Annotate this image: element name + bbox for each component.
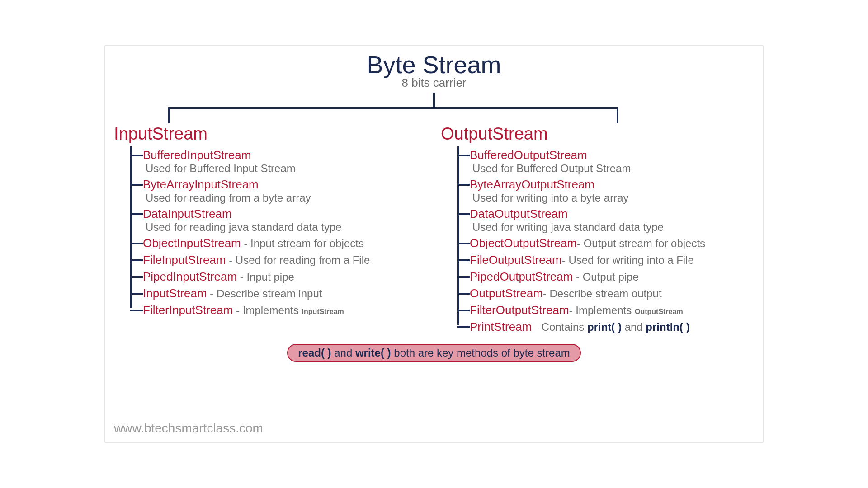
class-name: ByteArrayInputStream xyxy=(143,178,259,191)
diagram-subtitle: 8 bits carrier xyxy=(114,76,754,90)
tree-node: ByteArrayOutputStreamUsed for writing in… xyxy=(470,176,754,205)
class-name: DataOutputStream xyxy=(470,207,568,221)
class-description: - Used for writing into a File xyxy=(562,254,694,266)
tree-node: FileOutputStream- Used for writing into … xyxy=(470,251,754,268)
tree-node: PrintStream - Contains print( ) and prin… xyxy=(470,318,754,335)
tree-trunk xyxy=(130,146,132,308)
class-description: - Contains print( ) and println( ) xyxy=(532,321,689,333)
class-name: ObjectInputStream xyxy=(143,236,241,250)
title-block: Byte Stream 8 bits carrier xyxy=(114,51,754,90)
class-description: - Input stream for objects xyxy=(241,237,364,249)
columns: InputStream BufferedInputStreamUsed for … xyxy=(114,124,754,335)
class-name: PrintStream xyxy=(470,320,532,333)
class-description: - Describe stream input xyxy=(207,287,322,300)
footer-pill-row: read( ) and write( ) both are key method… xyxy=(114,344,754,362)
tree-node: OutputStream- Describe stream output xyxy=(470,285,754,301)
class-description: - Output pipe xyxy=(573,271,638,283)
diagram-title: Byte Stream xyxy=(114,51,754,79)
class-name: PipedOutputStream xyxy=(470,270,573,283)
tree-node: ObjectOutputStream- Output stream for ob… xyxy=(470,235,754,251)
tree-node: PipedInputStream - Input pipe xyxy=(143,268,427,285)
bold-class-ref: InputStream xyxy=(302,308,344,315)
class-description: Used for writing into a byte array xyxy=(470,192,754,204)
pill-bold-2: write( ) xyxy=(355,347,391,359)
tree-node: ObjectInputStream - Input stream for obj… xyxy=(143,235,427,251)
method-name: println( ) xyxy=(646,321,689,333)
class-description: - Used for reading from a File xyxy=(226,254,370,266)
tree-node: FilterInputStream - Implements InputStre… xyxy=(143,301,427,318)
input-column: InputStream BufferedInputStreamUsed for … xyxy=(114,124,427,335)
footer-pill: read( ) and write( ) both are key method… xyxy=(287,344,581,362)
tree-node: PipedOutputStream - Output pipe xyxy=(470,268,754,285)
diagram-card: Byte Stream 8 bits carrier InputStream B… xyxy=(104,45,764,443)
class-description: - Implements xyxy=(233,304,302,316)
class-name: DataInputStream xyxy=(143,207,232,221)
class-name: InputStream xyxy=(143,286,207,300)
tree-node: BufferedOutputStreamUsed for Buffered Ou… xyxy=(470,146,754,176)
tree-node: InputStream - Describe stream input xyxy=(143,285,427,301)
class-description: - Implements xyxy=(569,304,635,316)
method-name: print( ) xyxy=(587,321,622,333)
class-description: Used for Buffered Input Stream xyxy=(143,162,427,175)
class-description: Used for reading from a byte array xyxy=(143,192,427,204)
output-tree: BufferedOutputStreamUsed for Buffered Ou… xyxy=(441,146,754,335)
class-description: - Output stream for objects xyxy=(577,237,705,249)
pill-text-1: and xyxy=(331,347,355,359)
output-heading: OutputStream xyxy=(441,124,754,144)
pill-bold-1: read( ) xyxy=(298,347,331,359)
tree-node: FileInputStream - Used for reading from … xyxy=(143,251,427,268)
class-name: FileOutputStream xyxy=(470,253,562,267)
class-description: - Input pipe xyxy=(237,271,294,283)
class-name: FilterInputStream xyxy=(143,303,233,317)
class-name: PipedInputStream xyxy=(143,270,237,283)
output-column: OutputStream BufferedOutputStreamUsed fo… xyxy=(441,124,754,335)
class-name: FilterOutputStream xyxy=(470,303,569,317)
class-description: Used for Buffered Output Stream xyxy=(470,162,754,175)
branch-connector xyxy=(114,93,754,124)
input-heading: InputStream xyxy=(114,124,427,144)
class-description: - Describe stream output xyxy=(543,287,662,300)
input-tree: BufferedInputStreamUsed for Buffered Inp… xyxy=(114,146,427,318)
tree-node: BufferedInputStreamUsed for Buffered Inp… xyxy=(143,146,427,176)
class-name: BufferedOutputStream xyxy=(470,148,587,162)
tree-trunk xyxy=(457,146,459,325)
pill-text-2: both are key methods of byte stream xyxy=(391,347,570,359)
class-description: Used for writing java standard data type xyxy=(470,221,754,234)
class-name: ObjectOutputStream xyxy=(470,236,577,250)
class-name: OutputStream xyxy=(470,286,543,300)
class-name: ByteArrayOutputStream xyxy=(470,178,594,191)
tree-node: DataInputStreamUsed for reading java sta… xyxy=(143,205,427,235)
tree-node: FilterOutputStream- Implements OutputStr… xyxy=(470,301,754,318)
class-name: BufferedInputStream xyxy=(143,148,251,162)
bold-class-ref: OutputStream xyxy=(635,308,683,315)
watermark: www.btechsmartclass.com xyxy=(114,421,263,436)
tree-node: ByteArrayInputStreamUsed for reading fro… xyxy=(143,176,427,205)
class-description: Used for reading java standard data type xyxy=(143,221,427,234)
tree-node: DataOutputStreamUsed for writing java st… xyxy=(470,205,754,235)
class-name: FileInputStream xyxy=(143,253,226,267)
